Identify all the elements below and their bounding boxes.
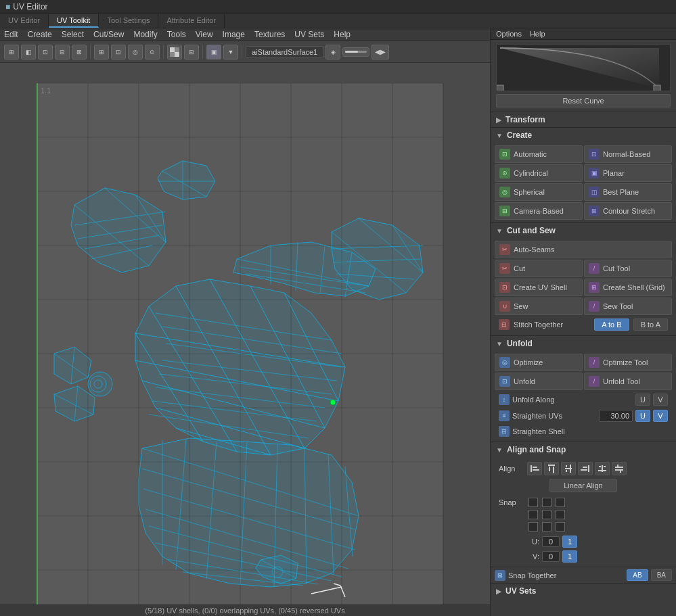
toolbar-dropdown[interactable]: ▼ <box>223 45 238 60</box>
align-center-h-icon-btn[interactable] <box>561 462 576 475</box>
snap-u-btn[interactable]: 1 <box>562 536 577 548</box>
align-right-edge-icon-btn[interactable] <box>578 462 593 475</box>
toolbar-btn-5[interactable]: ⊠ <box>72 45 87 60</box>
uv-sets-arrow: ▶ <box>496 588 501 595</box>
menu-view[interactable]: View <box>196 30 213 39</box>
toolbar-btn-3[interactable]: ⊡ <box>38 45 53 60</box>
tab-tool-settings[interactable]: Tool Settings <box>99 14 158 28</box>
btn-sew-tool[interactable]: / Sew Tool <box>584 298 672 315</box>
linear-align-button[interactable]: Linear Align <box>549 479 617 492</box>
align-center-v-icon-btn[interactable] <box>595 462 610 475</box>
toolbar-btn-9[interactable]: ⊙ <box>145 45 160 60</box>
snap-u-input[interactable] <box>542 536 560 547</box>
transform-header[interactable]: ▶ Transform <box>491 112 676 127</box>
snap-cb-6[interactable] <box>556 510 565 519</box>
snap-row-2 <box>499 508 668 521</box>
btn-cut[interactable]: ✂ Cut <box>495 260 583 277</box>
btn-auto-seams[interactable]: ✂ Auto-Seams <box>495 241 672 258</box>
snap-v-btn[interactable]: 1 <box>562 550 577 563</box>
btn-unfold[interactable]: ⊡ Unfold <box>495 373 583 390</box>
btn-camera-based[interactable]: ⊟ Camera-Based <box>495 202 583 220</box>
menu-textures[interactable]: Textures <box>254 30 285 39</box>
material-selector[interactable]: aiStandardSurface1 <box>246 46 323 58</box>
toolbar-btn-frame[interactable]: ▣ <box>206 45 221 60</box>
menu-select[interactable]: Select <box>62 30 84 39</box>
toolbar-btn-8[interactable]: ◎ <box>128 45 143 60</box>
btn-planar[interactable]: ▣ Planar <box>584 164 672 182</box>
btn-unfold-tool[interactable]: / Unfold Tool <box>584 373 672 390</box>
snap-cb-9[interactable] <box>556 522 565 531</box>
svg-rect-2 <box>175 47 179 52</box>
snap-ab-button[interactable]: AB <box>627 569 648 581</box>
toolbar-btn-mat1[interactable]: ◈ <box>325 45 340 60</box>
snap-cb-2[interactable] <box>542 498 551 507</box>
snap-cb-8[interactable] <box>542 522 551 531</box>
tab-attribute-editor[interactable]: Attribute Editor <box>158 14 225 28</box>
toolbar-btn-7[interactable]: ⊡ <box>111 45 126 60</box>
uv-grid-svg: 0 1.1 0.1 <box>0 63 490 605</box>
btn-optimize[interactable]: ◎ Optimize <box>495 354 583 371</box>
btn-best-plane[interactable]: ◫ Best Plane <box>584 183 672 201</box>
straighten-uvs-input[interactable] <box>599 410 633 422</box>
menu-create[interactable]: Create <box>28 30 52 39</box>
btn-optimize-tool[interactable]: / Optimize Tool <box>584 354 672 371</box>
btn-spherical[interactable]: ◎ Spherical <box>495 183 583 201</box>
toolbar-btn-checker[interactable] <box>167 45 182 60</box>
stitch-a-to-b-button[interactable]: A to B <box>594 318 629 331</box>
unfold-along-v-button[interactable]: V <box>653 394 668 406</box>
menu-modify[interactable]: Modify <box>133 30 157 39</box>
menu-cut-sew[interactable]: Cut/Sew <box>93 30 124 39</box>
align-left-icon-btn[interactable] <box>527 462 542 475</box>
btn-automatic[interactable]: ⊡ Automatic <box>495 145 583 163</box>
btn-normal-based[interactable]: ⊡ Normal-Based <box>584 145 672 163</box>
uv-sets-header[interactable]: ▶ UV Sets <box>491 583 676 598</box>
cut-label: Cut <box>514 264 525 273</box>
btn-cut-tool[interactable]: / Cut Tool <box>584 260 672 277</box>
menu-help[interactable]: Help <box>334 30 351 39</box>
align-label: Align <box>499 465 524 473</box>
snap-cb-4[interactable] <box>528 510 538 519</box>
menu-uv-sets[interactable]: UV Sets <box>294 30 324 39</box>
menu-tools[interactable]: Tools <box>167 30 186 39</box>
snap-cb-3[interactable] <box>556 498 565 507</box>
cut-sew-header[interactable]: ▼ Cut and Sew <box>491 222 676 238</box>
tab-uv-editor[interactable]: UV Editor <box>0 14 49 28</box>
unfold-along-icon: ↕ <box>499 394 510 405</box>
tab-uv-toolkit[interactable]: UV Toolkit <box>49 14 99 28</box>
window-title: UV Editor <box>13 2 47 11</box>
menu-image[interactable]: Image <box>223 30 245 39</box>
align-bar-icon-btn[interactable] <box>612 462 627 475</box>
align-top-icon-btn[interactable] <box>544 462 559 475</box>
btn-create-shell-grid[interactable]: ⊞ Create Shell (Grid) <box>584 279 672 296</box>
snap-cb-7[interactable] <box>528 522 538 531</box>
unfold-along-u-button[interactable]: U <box>635 394 650 406</box>
btn-sew[interactable]: ∪ Sew <box>495 298 583 315</box>
toolbar-btn-1[interactable]: ⊞ <box>4 45 19 60</box>
toolbar-btn-grid[interactable]: ⊟ <box>184 45 199 60</box>
btn-cylindrical[interactable]: ⊙ Cylindrical <box>495 164 583 182</box>
panel-options[interactable]: Options <box>496 30 522 38</box>
straighten-uvs-u-button[interactable]: U <box>635 410 650 422</box>
toolbar-btn-4[interactable]: ⊟ <box>55 45 70 60</box>
align-snap-header[interactable]: ▼ Align and Snap <box>491 442 676 457</box>
snap-ba-button[interactable]: BA <box>651 569 672 581</box>
create-header[interactable]: ▼ Create <box>491 127 676 143</box>
create-label: Create <box>507 131 532 140</box>
straighten-uvs-v-button[interactable]: V <box>653 410 668 422</box>
toolbar-btn-2[interactable]: ◧ <box>21 45 36 60</box>
stitch-b-to-a-button[interactable]: B to A <box>633 318 668 331</box>
snap-v-input[interactable] <box>542 551 560 562</box>
panel-help[interactable]: Help <box>530 30 545 38</box>
snap-cb-5[interactable] <box>542 510 551 519</box>
unfold-header[interactable]: ▼ Unfold <box>491 335 676 351</box>
btn-contour-stretch[interactable]: ⊞ Contour Stretch <box>584 202 672 220</box>
btn-create-uv-shell[interactable]: ⊡ Create UV Shell <box>495 279 583 296</box>
toolbar-btn-6[interactable]: ⊞ <box>94 45 109 60</box>
reset-curve-button[interactable]: Reset Curve <box>496 94 671 108</box>
svg-rect-120 <box>553 467 554 473</box>
toolbar-btn-arrows[interactable]: ◀▶ <box>371 45 389 60</box>
snap-cb-1[interactable] <box>528 498 538 507</box>
toolbar-slider[interactable] <box>342 47 369 57</box>
menu-edit[interactable]: Edit <box>4 30 18 39</box>
uv-canvas-area[interactable]: 0 1.1 0.1 <box>0 63 490 605</box>
